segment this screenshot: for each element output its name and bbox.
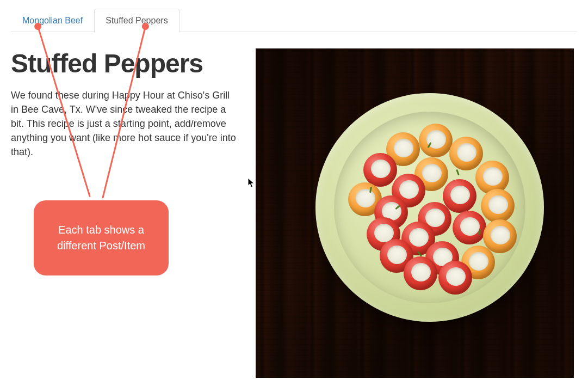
plate [315,93,544,322]
recipe-photo [256,48,574,378]
annotation-callout: Each tab shows a different Post/Item [34,200,169,275]
tab-stuffed-peppers[interactable]: Stuffed Peppers [94,9,179,32]
pepper [404,256,437,290]
tab-mongolian-beef[interactable]: Mongolian Beef [11,9,94,32]
pepper [453,211,486,244]
garnish [456,169,460,175]
pepper [443,179,476,213]
annotation-text: Each tab shows a different Post/Item [45,222,158,254]
pepper [363,153,397,187]
pepper [483,219,517,253]
page-description: We found these during Happy Hour at Chis… [11,88,239,159]
content-right [256,48,577,378]
pepper [419,124,453,157]
pepper [449,137,483,170]
pepper [438,261,472,295]
tab-bar: Mongolian Beef Stuffed Peppers [11,0,577,32]
pepper [481,189,515,223]
